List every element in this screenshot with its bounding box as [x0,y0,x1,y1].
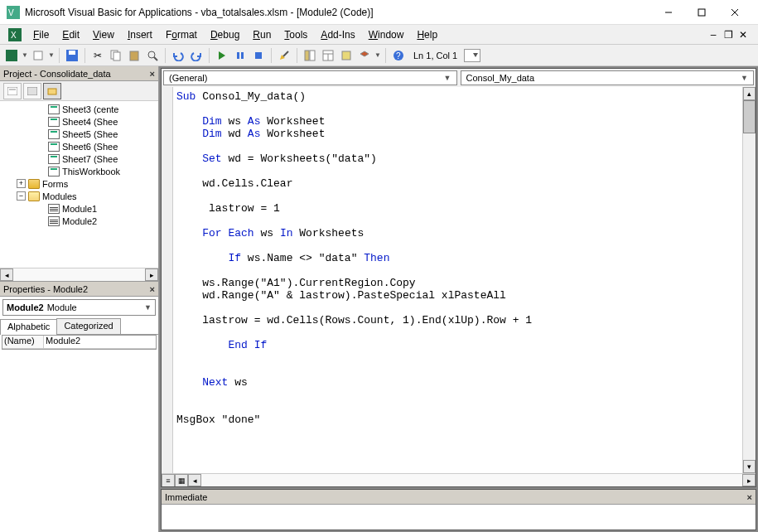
mdi-close-button[interactable]: ✕ [736,29,750,41]
tree-thisworkbook[interactable]: ThisWorkbook [2,165,157,177]
tree-forms-folder[interactable]: +Forms [2,177,157,190]
toolbar-slider[interactable] [464,49,480,62]
svg-rect-8 [6,50,17,61]
menubar: X FFileile Edit View Insert Format Debug… [0,25,758,45]
svg-rect-11 [69,51,75,55]
tree-sheet7[interactable]: Sheet7 (Shee [2,152,157,165]
save-icon[interactable] [64,47,80,64]
dropdown-indicator-icon[interactable]: ▼ [374,51,381,59]
tree-sheet6[interactable]: Sheet6 (Shee [2,140,157,152]
tree-module1[interactable]: Module1 [2,202,157,215]
mdi-minimize-button[interactable]: – [707,29,720,41]
code-vscrollbar[interactable]: ▴ ▾ [742,87,756,473]
project-tree[interactable]: Sheet3 (cente Sheet4 (Shee Sheet5 (Shee … [0,101,158,268]
scroll-down-icon[interactable]: ▾ [743,460,756,473]
tree-modules-folder[interactable]: −Modules [2,190,157,202]
design-mode-icon[interactable] [276,47,292,64]
folder-icon [28,179,40,189]
svg-line-16 [154,57,157,60]
code-margin[interactable] [162,87,173,473]
scroll-left-icon[interactable]: ◂ [0,268,13,281]
immediate-titlebar: Immediate × [162,490,756,505]
run-icon[interactable] [214,47,230,64]
help-icon[interactable]: ? [390,47,407,64]
excel-icon[interactable]: X [8,28,22,41]
maximize-button[interactable] [685,1,718,24]
procedure-view-icon[interactable]: ≡ [162,474,175,487]
svg-text:V: V [8,8,14,17]
scroll-thumb[interactable] [743,100,756,133]
properties-window-icon[interactable] [320,47,336,64]
full-module-view-icon[interactable]: ▦ [175,474,188,487]
menu-run[interactable]: Run [246,27,278,42]
tree-sheet5[interactable]: Sheet5 (Shee [2,128,157,140]
properties-grid: (Name) Module2 [2,335,157,350]
menu-view[interactable]: View [86,27,121,42]
cut-icon[interactable]: ✂ [89,47,106,64]
menu-help[interactable]: Help [410,27,444,42]
menu-insert[interactable]: Insert [121,27,159,42]
immediate-window: Immediate × [161,489,756,530]
window-titlebar: V Microsoft Visual Basic for Application… [0,0,758,25]
scroll-right-icon[interactable]: ▸ [145,268,158,281]
project-hscrollbar[interactable]: ◂ ▸ [0,268,158,281]
tab-alphabetic[interactable]: Alphabetic [0,319,57,335]
view-code-icon[interactable] [3,83,22,99]
code-editor[interactable]: Sub Consol_My_data() Dim ws As Worksheet… [173,87,742,473]
immediate-input[interactable] [162,505,756,530]
scroll-up-icon[interactable]: ▴ [743,87,756,100]
project-explorer-icon[interactable] [302,47,318,64]
toggle-folders-icon[interactable] [43,83,61,99]
procedure-combo[interactable]: Consol_My_data▼ [461,70,755,85]
view-object-icon[interactable] [23,83,41,99]
tree-module2[interactable]: Module2 [2,215,157,227]
insert-module-icon[interactable] [30,47,46,64]
code-hscrollbar[interactable]: ≡ ▦ ◂ ▸ [162,473,756,486]
immediate-title: Immediate [165,492,207,502]
expand-icon[interactable]: + [17,179,26,188]
project-panel-close-icon[interactable]: × [150,69,155,79]
menu-window[interactable]: Window [362,27,411,42]
folder-open-icon [28,191,40,201]
paste-icon[interactable] [126,47,142,64]
immediate-close-icon[interactable]: × [747,492,752,502]
copy-icon[interactable] [108,47,124,64]
menu-edit[interactable]: Edit [56,27,86,42]
svg-rect-22 [310,51,315,60]
tab-categorized[interactable]: Categorized [56,318,120,334]
menu-debug[interactable]: Debug [204,27,246,42]
property-value-input[interactable]: Module2 [44,336,156,348]
close-button[interactable] [718,1,751,24]
minimize-button[interactable] [652,1,685,24]
undo-icon[interactable] [170,47,186,64]
reset-icon[interactable] [250,47,267,64]
redo-icon[interactable] [188,47,205,64]
toolbox-icon[interactable] [356,47,373,64]
properties-close-icon[interactable]: × [150,284,155,294]
svg-rect-31 [27,87,37,95]
menu-format[interactable]: Format [159,27,204,42]
tree-sheet3[interactable]: Sheet3 (cente [2,103,157,115]
object-combo[interactable]: (General)▼ [163,70,457,85]
object-browser-icon[interactable] [338,47,355,64]
svg-rect-18 [241,52,244,59]
code-window: (General)▼ Consol_My_data▼ Sub Consol_My… [161,68,756,487]
dropdown-indicator-icon[interactable]: ▼ [48,51,55,59]
svg-rect-21 [305,51,309,60]
view-excel-icon[interactable] [3,47,20,64]
project-panel-toolbar [0,81,158,101]
mdi-restore-button[interactable]: ❐ [722,29,735,41]
scroll-right-icon[interactable]: ▸ [742,474,756,486]
svg-rect-29 [7,87,17,95]
properties-object-combo[interactable]: Module2Module ▼ [2,299,156,316]
tree-sheet4[interactable]: Sheet4 (Shee [2,115,157,128]
scroll-left-icon[interactable]: ◂ [188,474,201,486]
menu-tools[interactable]: Tools [278,27,314,42]
menu-addins[interactable]: Add-Ins [314,27,361,42]
dropdown-indicator-icon[interactable]: ▼ [22,51,28,59]
menu-file[interactable]: FFileile [27,27,56,42]
collapse-icon[interactable]: − [17,191,26,201]
break-icon[interactable] [232,47,249,64]
find-icon[interactable] [144,47,161,64]
svg-text:X: X [11,31,17,40]
